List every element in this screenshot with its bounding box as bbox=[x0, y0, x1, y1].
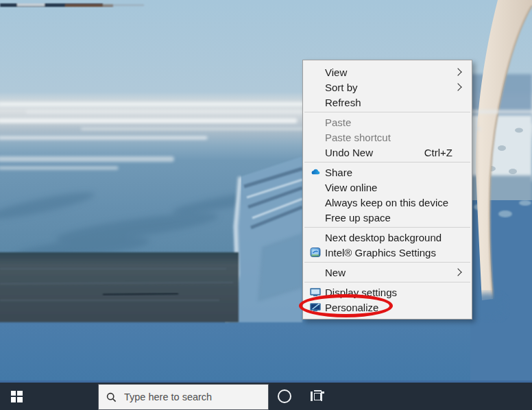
menu-item-view-online[interactable]: View online bbox=[303, 180, 472, 195]
menu-item-label: Display settings bbox=[325, 287, 397, 298]
desktop-context-menu: View Sort by Refresh Paste Paste shortcu… bbox=[302, 60, 472, 319]
menu-item-personalize[interactable]: Personalize bbox=[303, 300, 472, 315]
task-view-button[interactable] bbox=[304, 383, 331, 410]
windows-desktop-screen: View Sort by Refresh Paste Paste shortcu… bbox=[0, 0, 532, 410]
menu-item-share[interactable]: Share bbox=[303, 165, 472, 180]
menu-item-display-settings[interactable]: Display settings bbox=[303, 285, 472, 300]
menu-separator bbox=[304, 282, 470, 282]
menu-item-paste: Paste bbox=[303, 114, 472, 130]
menu-item-next-desktop-background[interactable]: Next desktop background bbox=[303, 230, 472, 245]
menu-item-label: Sort by bbox=[325, 82, 358, 93]
menu-item-label: Personalize bbox=[325, 302, 378, 313]
menu-item-label: Intel® Graphics Settings bbox=[325, 247, 436, 258]
menu-item-label: Free up space bbox=[325, 212, 391, 224]
menu-item-label: View bbox=[325, 67, 347, 78]
menu-separator bbox=[304, 112, 470, 112]
menu-item-undo-new[interactable]: Undo New Ctrl+Z bbox=[303, 145, 472, 160]
menu-separator bbox=[304, 162, 470, 162]
menu-item-label: View online bbox=[325, 182, 377, 193]
task-view-icon bbox=[311, 390, 324, 402]
chevron-right-icon bbox=[454, 268, 461, 276]
menu-item-label: Refresh bbox=[325, 97, 361, 108]
keyboard-shortcut: Ctrl+Z bbox=[424, 147, 465, 158]
display-settings-monitor-icon bbox=[310, 287, 325, 298]
menu-item-new[interactable]: New bbox=[303, 265, 472, 280]
menu-item-refresh[interactable]: Refresh bbox=[303, 95, 472, 110]
menu-item-label: Undo New bbox=[325, 147, 373, 158]
search-icon bbox=[106, 392, 117, 402]
personalize-brush-monitor-icon bbox=[310, 302, 325, 313]
onedrive-cloud-icon bbox=[310, 167, 325, 178]
menu-item-always-keep-on-device[interactable]: Always keep on this device bbox=[303, 195, 472, 210]
menu-item-label: Share bbox=[325, 167, 352, 178]
menu-item-intel-graphics-settings[interactable]: Intel® Graphics Settings bbox=[303, 245, 472, 260]
search-input[interactable] bbox=[123, 391, 259, 403]
taskbar bbox=[0, 383, 532, 410]
windows-logo-icon bbox=[11, 391, 23, 402]
menu-item-label: New bbox=[325, 267, 346, 278]
menu-item-free-up-space[interactable]: Free up space bbox=[303, 210, 472, 225]
menu-item-label: Always keep on this device bbox=[325, 197, 448, 208]
menu-item-view[interactable]: View bbox=[303, 64, 472, 80]
start-button[interactable] bbox=[0, 383, 33, 410]
menu-item-sort-by[interactable]: Sort by bbox=[303, 80, 472, 95]
menu-item-label: Paste shortcut bbox=[325, 132, 391, 143]
chevron-right-icon bbox=[454, 83, 461, 91]
menu-separator bbox=[304, 262, 470, 263]
menu-item-paste-shortcut: Paste shortcut bbox=[303, 130, 472, 145]
menu-item-label: Next desktop background bbox=[325, 232, 442, 243]
taskbar-search-box[interactable] bbox=[98, 384, 269, 410]
chevron-right-icon bbox=[454, 68, 461, 75]
menu-item-label: Paste bbox=[325, 117, 351, 128]
menu-separator bbox=[304, 227, 470, 228]
intel-graphics-icon bbox=[310, 247, 325, 258]
cortana-button[interactable] bbox=[271, 383, 298, 410]
cortana-icon bbox=[278, 389, 291, 403]
